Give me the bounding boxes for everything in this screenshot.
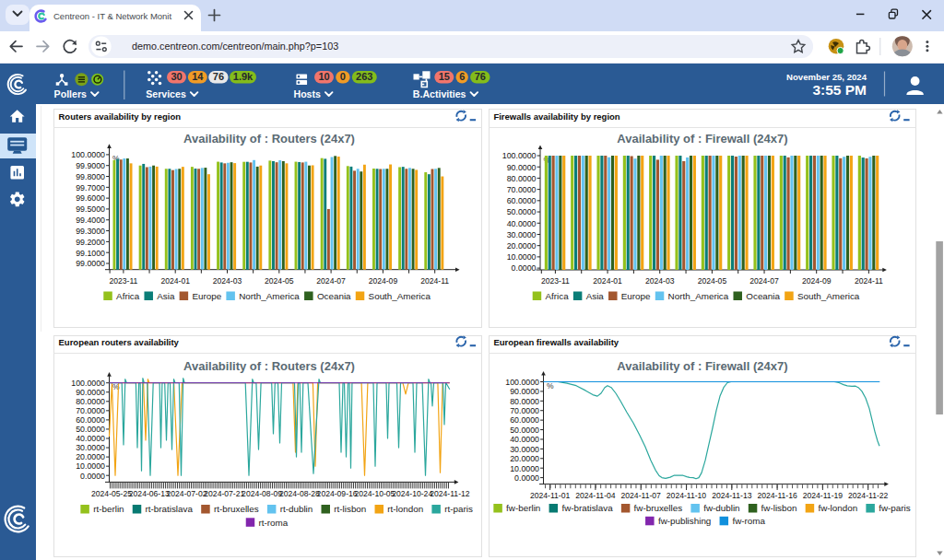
svg-text:60.0000: 60.0000: [76, 415, 105, 425]
svg-text:10.0000: 10.0000: [510, 464, 539, 473]
svg-text:Availability of : Routers (24x: Availability of : Routers (24x7): [183, 132, 355, 146]
svg-text:2024-05: 2024-05: [265, 276, 294, 286]
svg-text:2023-11: 2023-11: [109, 276, 137, 286]
svg-text:fw-publishing: fw-publishing: [658, 516, 711, 526]
svg-text:70.0000: 70.0000: [510, 406, 539, 415]
svg-text:South_America: South_America: [369, 291, 431, 301]
svg-text:70.0000: 70.0000: [507, 185, 537, 194]
svg-text:rt-roma: rt-roma: [259, 518, 289, 528]
svg-text:Availability of : Firewall (24: Availability of : Firewall (24x7): [617, 359, 787, 373]
svg-text:European routers availability: European routers availability: [59, 337, 180, 347]
svg-text:2024-07: 2024-07: [316, 276, 346, 286]
svg-text:fw-roma: fw-roma: [732, 516, 765, 526]
svg-text:99.8000: 99.8000: [76, 172, 105, 181]
svg-text:2023-11: 2023-11: [541, 276, 570, 286]
svg-text:Oceania: Oceania: [317, 291, 351, 301]
svg-text:2024-11-13: 2024-11-13: [712, 491, 752, 500]
svg-text:Europe: Europe: [621, 291, 651, 301]
svg-text:70.0000: 70.0000: [76, 406, 105, 415]
svg-text:263: 263: [356, 71, 372, 82]
svg-text:2024-11: 2024-11: [420, 276, 449, 286]
svg-text:2024-10-05: 2024-10-05: [354, 489, 395, 498]
svg-text:99.7000: 99.7000: [76, 183, 105, 192]
svg-text:2024-09: 2024-09: [369, 276, 398, 286]
svg-text:30: 30: [171, 71, 182, 82]
svg-text:fw-paris: fw-paris: [879, 503, 911, 513]
svg-text:0.0000: 0.0000: [512, 263, 537, 273]
svg-text:0.0000: 0.0000: [80, 472, 105, 481]
svg-text:South_America: South_America: [797, 291, 860, 301]
svg-text:100.0000: 100.0000: [502, 151, 537, 160]
svg-text:Availability of : Routers (24x: Availability of : Routers (24x7): [183, 359, 355, 373]
svg-text:2024-07-02: 2024-07-02: [167, 489, 207, 498]
svg-text:1.9k: 1.9k: [233, 71, 254, 82]
svg-text:Firewalls availability by regi: Firewalls availability by region: [493, 111, 620, 122]
svg-text:15: 15: [439, 71, 450, 82]
svg-text:99.9000: 99.9000: [76, 161, 105, 170]
svg-text:rt-paris: rt-paris: [444, 504, 473, 514]
svg-text:99.5000: 99.5000: [76, 204, 105, 214]
svg-text:2024-03: 2024-03: [645, 276, 675, 286]
svg-text:40.0000: 40.0000: [507, 219, 537, 228]
svg-text:2024-11-04: 2024-11-04: [575, 491, 616, 500]
svg-text:14: 14: [192, 71, 204, 82]
svg-text:0.0000: 0.0000: [514, 473, 539, 483]
svg-text:fw-bratislava: fw-bratislava: [561, 503, 613, 513]
svg-text:North_America: North_America: [668, 291, 729, 301]
svg-text:99.3000: 99.3000: [76, 227, 105, 236]
svg-text:20.0000: 20.0000: [510, 454, 539, 463]
svg-text:0: 0: [340, 71, 346, 82]
svg-text:rt-bratislava: rt-bratislava: [146, 504, 194, 514]
svg-text:2024-11-10: 2024-11-10: [667, 491, 707, 500]
svg-text:Routers availability by region: Routers availability by region: [59, 111, 182, 122]
svg-text:2024-05-25: 2024-05-25: [91, 489, 132, 498]
svg-text:rt-bruxelles: rt-bruxelles: [214, 504, 259, 514]
svg-text:2024-11-16: 2024-11-16: [757, 491, 797, 500]
svg-text:80.0000: 80.0000: [76, 397, 105, 406]
svg-text:76: 76: [213, 71, 224, 82]
svg-text:2024-05: 2024-05: [698, 276, 727, 286]
svg-text:fw-lisbon: fw-lisbon: [761, 503, 797, 513]
svg-text:2024-01: 2024-01: [593, 276, 622, 286]
svg-text:3:55 PM: 3:55 PM: [812, 82, 867, 98]
svg-text:10.0000: 10.0000: [76, 461, 105, 471]
svg-text:2024-08-09: 2024-08-09: [242, 489, 282, 498]
svg-text:fw-bruxelles: fw-bruxelles: [634, 503, 683, 513]
svg-text:2024-11-01: 2024-11-01: [530, 491, 571, 500]
svg-text:60.0000: 60.0000: [510, 415, 539, 425]
svg-text:Availability of : Firewall (24: Availability of : Firewall (24x7): [617, 132, 787, 146]
svg-text:demo.centreon.com/centreon/mai: demo.centreon.com/centreon/main.php?p=10…: [132, 41, 338, 52]
svg-text:90.0000: 90.0000: [507, 163, 537, 172]
svg-text:40.0000: 40.0000: [510, 435, 539, 444]
svg-text:2024-10-24: 2024-10-24: [392, 489, 432, 498]
svg-text:Europe: Europe: [192, 291, 221, 301]
svg-text:20.0000: 20.0000: [76, 452, 105, 461]
svg-text:90.0000: 90.0000: [510, 387, 539, 396]
svg-text:2024-11-22: 2024-11-22: [848, 491, 889, 500]
svg-text:rt-lisbon: rt-lisbon: [334, 504, 366, 514]
svg-text:50.0000: 50.0000: [507, 207, 537, 216]
svg-text:2024-07-21: 2024-07-21: [204, 489, 244, 498]
svg-text:99.1000: 99.1000: [76, 249, 105, 258]
svg-text:Hosts: Hosts: [294, 88, 322, 99]
svg-text:2024-09-16: 2024-09-16: [317, 489, 358, 498]
svg-text:Services: Services: [146, 88, 186, 99]
svg-text:80.0000: 80.0000: [510, 397, 539, 406]
svg-text:99.2000: 99.2000: [76, 238, 105, 247]
svg-text:November 25, 2024: November 25, 2024: [786, 72, 867, 82]
svg-text:Pollers: Pollers: [54, 88, 87, 99]
svg-text:2024-08-28: 2024-08-28: [279, 489, 320, 498]
svg-text:Asia: Asia: [157, 291, 175, 301]
svg-text:40.0000: 40.0000: [76, 434, 105, 443]
svg-text:Africa: Africa: [546, 291, 570, 301]
svg-text:90.0000: 90.0000: [76, 388, 105, 397]
svg-text:99.0000: 99.0000: [76, 259, 105, 268]
svg-text:fw-dublin: fw-dublin: [703, 503, 739, 513]
svg-text:99.4000: 99.4000: [76, 216, 105, 225]
svg-text:European firewalls availabilit: European firewalls availability: [493, 337, 619, 347]
svg-text:10.0000: 10.0000: [507, 252, 537, 262]
svg-text:100.0000: 100.0000: [71, 150, 105, 159]
svg-text:80.0000: 80.0000: [507, 174, 537, 183]
svg-text:2024-11-12: 2024-11-12: [430, 489, 470, 498]
svg-text:Asia: Asia: [586, 291, 605, 301]
